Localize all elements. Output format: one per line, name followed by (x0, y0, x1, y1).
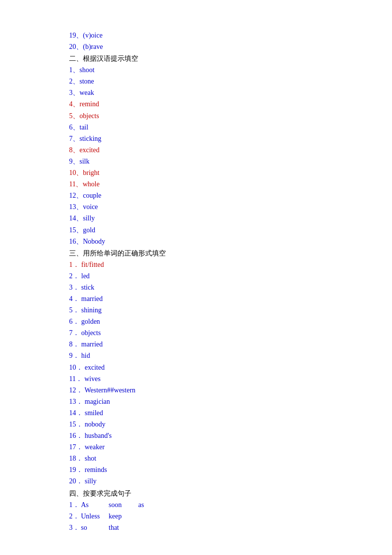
list-item: 3、weak (69, 87, 392, 98)
list-item: 12． Western##western (69, 384, 392, 396)
list-item: 10、bright (69, 167, 392, 178)
list-item: 3． stick (69, 282, 392, 293)
item-col1: As (81, 499, 109, 511)
item-num: 3． (69, 522, 81, 533)
list-item: 12、couple (69, 190, 392, 201)
list-item: 5． shining (69, 304, 392, 316)
list-item: 18． shot (69, 453, 392, 464)
list-item: 6． golden (69, 316, 392, 327)
list-item: 9． hid (69, 350, 392, 361)
section1-tail: 19、(v)oice 20、(b)rave (69, 30, 392, 52)
section2: 二、根据汉语提示填空 1、shoot2、stone3、weak4、remind5… (69, 54, 392, 247)
item-col1: so (81, 522, 109, 533)
section4-header: 四、按要求完成句子 (69, 489, 392, 498)
list-item: 8、excited (69, 144, 392, 156)
list-item: 1．Assoonas (69, 499, 392, 511)
list-item: 1． fit/fitted (69, 259, 392, 270)
list-item: 16． husband's (69, 430, 392, 441)
list-item: 5、objects (69, 110, 392, 122)
section2-header: 二、根据汉语提示填空 (69, 54, 392, 63)
list-item: 4． married (69, 293, 392, 304)
section3-header: 三、用所给单词的正确形式填空 (69, 249, 392, 258)
item-col1: Unless (81, 511, 109, 522)
item-col2: soon (109, 499, 138, 511)
section2-list: 1、shoot2、stone3、weak4、remind5、objects6、t… (69, 64, 392, 247)
list-item: 15、gold (69, 224, 392, 236)
list-item: 6、tail (69, 122, 392, 133)
list-item: 19． reminds (69, 464, 392, 475)
list-item: 1、shoot (69, 64, 392, 76)
list-item: 16、Nobody (69, 236, 392, 247)
list-item: 7． objects (69, 327, 392, 339)
list-item: 20、(b)rave (69, 41, 392, 52)
list-item: 19、(v)oice (69, 30, 392, 41)
list-item: 4、remind (69, 98, 392, 110)
list-item: 20． silly (69, 475, 392, 487)
list-item: 17． weaker (69, 441, 392, 453)
list-item: 2． led (69, 270, 392, 282)
list-item: 14． smiled (69, 407, 392, 419)
item-col2: keep (109, 511, 138, 522)
list-item: 9、silk (69, 156, 392, 167)
list-item: 8． married (69, 339, 392, 350)
list-item: 2．Unlesskeep (69, 511, 392, 522)
list-item: 7、sticking (69, 133, 392, 144)
list-item: 2、stone (69, 76, 392, 87)
item-num: 2． (69, 511, 81, 522)
list-item: 11． wives (69, 373, 392, 384)
section3-list: 1． fit/fitted2． led3． stick4． married5． … (69, 259, 392, 487)
item-num: 1． (69, 499, 81, 511)
section3: 三、用所给单词的正确形式填空 1． fit/fitted2． led3． sti… (69, 249, 392, 487)
section4-list: 1．Assoonas2．Unlesskeep3．sothat (69, 499, 392, 533)
section4: 四、按要求完成句子 1．Assoonas2．Unlesskeep3．sothat (69, 489, 392, 533)
list-item: 10． excited (69, 362, 392, 373)
list-item: 13． magician (69, 396, 392, 407)
list-item: 15． nobody (69, 419, 392, 430)
list-item: 11、whole (69, 178, 392, 190)
list-item: 14、silly (69, 213, 392, 224)
item-col3: as (138, 501, 144, 509)
item-col2: that (109, 522, 138, 533)
list-item: 3．sothat (69, 522, 392, 533)
list-item: 13、voice (69, 201, 392, 213)
